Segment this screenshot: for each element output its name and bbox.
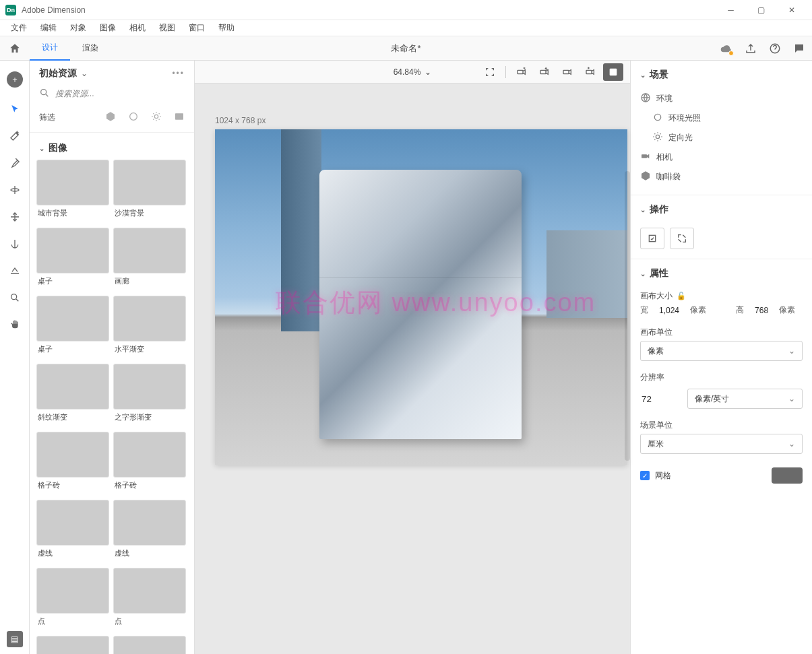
camera-switch-icon[interactable] xyxy=(557,63,577,81)
tab-design[interactable]: 设计 xyxy=(30,36,70,61)
asset-card[interactable]: 虚线 xyxy=(36,500,109,564)
search-input[interactable]: 搜索资源... xyxy=(30,85,194,107)
asset-card[interactable]: 点 xyxy=(113,568,186,632)
menu-0[interactable]: 文件 xyxy=(4,21,34,35)
render-preview-icon[interactable] xyxy=(603,63,623,81)
chevron-down-icon[interactable]: ⌄ xyxy=(640,206,646,214)
menu-5[interactable]: 视图 xyxy=(152,21,182,35)
asset-label: 格子砖 xyxy=(113,478,186,496)
camera-add-icon[interactable] xyxy=(580,63,600,81)
svg-point-1 xyxy=(11,294,16,300)
tab-render[interactable]: 渲染 xyxy=(70,36,111,61)
chevron-down-icon[interactable]: ⌄ xyxy=(640,71,646,79)
menu-4[interactable]: 相机 xyxy=(123,21,152,35)
globe-icon xyxy=(640,92,651,105)
asset-thumbnail xyxy=(113,364,186,410)
asset-card[interactable]: 虚线 xyxy=(113,500,186,564)
zoom-tool[interactable] xyxy=(1,284,28,311)
camera-bookmark-icon[interactable] xyxy=(511,63,532,81)
circle-icon xyxy=(652,112,663,125)
zoom-control[interactable]: 64.84% ⌄ xyxy=(394,67,432,77)
viewport-scrollbar[interactable] xyxy=(625,171,630,461)
asset-label: 虚线 xyxy=(36,546,109,564)
width-value[interactable]: 1,024 xyxy=(659,306,679,315)
filter-materials-icon[interactable] xyxy=(128,111,139,124)
anchor-tool[interactable] xyxy=(1,230,28,257)
height-value[interactable]: 768 xyxy=(755,306,768,315)
asset-thumbnail xyxy=(113,636,186,654)
home-icon[interactable] xyxy=(0,42,30,55)
scene-item-label: 相机 xyxy=(656,152,673,163)
asset-card[interactable] xyxy=(36,636,109,654)
asset-label: 城市背景 xyxy=(36,205,109,224)
viewport[interactable]: 1024 x 768 px 联合优网 www.unyoo.com xyxy=(195,84,630,654)
action-fit-button[interactable] xyxy=(670,228,694,249)
panel-toggle-button[interactable]: ▤ xyxy=(7,631,23,647)
window-maximize-button[interactable]: ▢ xyxy=(746,0,776,20)
menu-6[interactable]: 窗口 xyxy=(182,21,212,35)
chevron-down-icon[interactable]: ⌄ xyxy=(640,270,646,277)
move-tool[interactable] xyxy=(1,203,28,230)
window-close-button[interactable]: ✕ xyxy=(776,0,807,20)
menu-3[interactable]: 图像 xyxy=(93,21,123,35)
resolution-unit-select[interactable]: 像素/英寸⌄ xyxy=(687,389,803,409)
filter-images-icon[interactable] xyxy=(174,111,185,124)
window-minimize-button[interactable]: ─ xyxy=(716,0,746,20)
add-button[interactable]: ＋ xyxy=(7,71,23,88)
share-icon[interactable] xyxy=(745,42,757,55)
height-label: 高 xyxy=(736,304,744,316)
camera-undo-icon[interactable] xyxy=(534,63,555,81)
asset-thumbnail xyxy=(113,160,186,205)
asset-card[interactable]: 之字形渐变 xyxy=(113,364,186,428)
action-match-image-button[interactable] xyxy=(640,228,664,249)
feedback-icon[interactable] xyxy=(793,42,805,55)
orbit-tool[interactable] xyxy=(1,176,28,203)
sampler-tool[interactable] xyxy=(1,150,28,176)
scene-item[interactable]: 定向光 xyxy=(631,128,812,148)
asset-card[interactable]: 桌子 xyxy=(36,228,109,292)
cube-icon xyxy=(640,170,651,183)
scene-unit-select[interactable]: 厘米⌄ xyxy=(640,434,803,454)
asset-card[interactable] xyxy=(113,636,186,654)
asset-card[interactable]: 格子砖 xyxy=(113,432,186,496)
canvas-unit-select[interactable]: 像素⌄ xyxy=(640,341,803,361)
asset-card[interactable]: 沙漠背景 xyxy=(113,160,186,224)
menu-2[interactable]: 对象 xyxy=(63,21,93,35)
asset-thumbnail xyxy=(113,500,186,546)
menu-7[interactable]: 帮助 xyxy=(212,21,241,35)
asset-card[interactable]: 画廊 xyxy=(113,228,186,292)
scene-item[interactable]: 环境光照 xyxy=(631,108,812,128)
lock-icon[interactable]: 🔓 xyxy=(677,292,686,300)
search-icon xyxy=(39,88,50,100)
asset-card[interactable]: 点 xyxy=(36,568,109,632)
menu-1[interactable]: 编辑 xyxy=(34,21,63,35)
frame-selection-icon[interactable] xyxy=(480,63,500,81)
asset-card[interactable]: 水平渐变 xyxy=(113,296,186,360)
horizon-tool[interactable] xyxy=(1,257,28,284)
grid-color-swatch[interactable] xyxy=(772,467,803,484)
magic-wand-tool[interactable] xyxy=(1,123,28,150)
titlebar: Dn Adobe Dimension ─ ▢ ✕ xyxy=(0,0,812,20)
resolution-input[interactable] xyxy=(640,390,681,409)
pan-tool[interactable] xyxy=(1,311,28,338)
filter-models-icon[interactable] xyxy=(105,111,116,124)
assets-more-button[interactable]: ••• xyxy=(172,69,185,78)
select-tool[interactable] xyxy=(1,96,28,123)
scene-item[interactable]: 咖啡袋 xyxy=(631,167,812,187)
cloud-sync-icon[interactable] xyxy=(720,42,732,55)
chevron-down-icon[interactable]: ⌄ xyxy=(39,145,44,152)
tabbar: 设计 渲染 未命名* xyxy=(0,36,812,61)
filter-lights-icon[interactable] xyxy=(151,111,162,124)
help-icon[interactable] xyxy=(769,42,781,55)
asset-thumbnail xyxy=(113,568,186,614)
coffee-bag-object[interactable] xyxy=(319,170,522,439)
asset-card[interactable]: 格子砖 xyxy=(36,432,109,496)
scene-item[interactable]: 环境 xyxy=(631,89,812,108)
asset-card[interactable]: 斜纹渐变 xyxy=(36,364,109,428)
scene-unit-label: 场景单位 xyxy=(640,420,803,431)
chevron-down-icon[interactable]: ⌄ xyxy=(81,69,88,78)
grid-checkbox[interactable]: ✓ xyxy=(640,471,650,480)
asset-card[interactable]: 桌子 xyxy=(36,296,109,360)
asset-card[interactable]: 城市背景 xyxy=(36,160,109,224)
scene-item[interactable]: 相机 xyxy=(631,148,812,167)
